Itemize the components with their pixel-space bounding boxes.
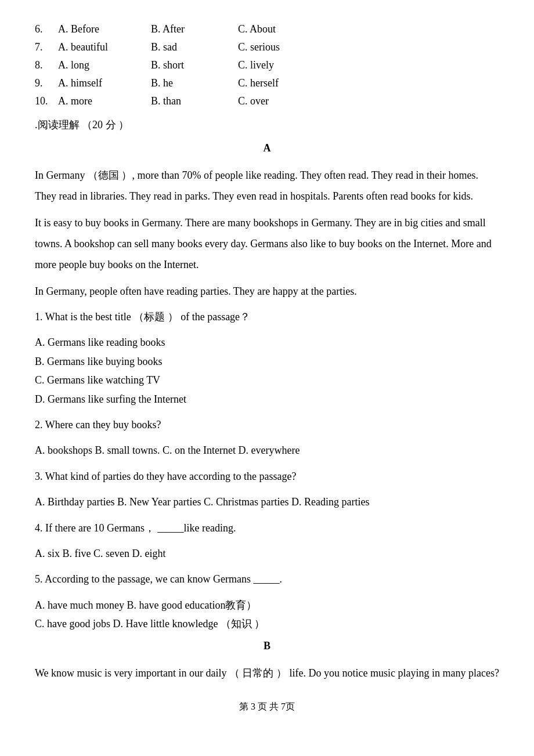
- vocab-row-7: 7. A. beautiful B. sad C. serious: [35, 41, 499, 53]
- q5-optCD: C. have good jobs D. Have little knowled…: [35, 614, 499, 633]
- q10-optB: B. than: [151, 95, 238, 107]
- question-5: 5. According to the passage, we can know…: [35, 570, 499, 588]
- question-4: 4. If there are 10 Germans， _____like re…: [35, 519, 499, 537]
- page-footer: 第 3 页 共 7页: [35, 701, 499, 713]
- q4-opts: A. six B. five C. seven D. eight: [35, 544, 499, 563]
- q7-optA: A. beautiful: [58, 41, 151, 53]
- q9-optC: C. herself: [238, 77, 331, 89]
- q2-num: 2.: [35, 419, 43, 431]
- vocab-row-9: 9. A. himself B. he C. herself: [35, 77, 499, 89]
- q6-num: 6.: [35, 23, 58, 35]
- q8-optB: B. short: [151, 59, 238, 71]
- q4-options: A. six B. five C. seven D. eight: [35, 544, 499, 563]
- q10-num: 10.: [35, 95, 58, 107]
- q10-optC: C. over: [238, 95, 331, 107]
- q9-num: 9.: [35, 77, 58, 89]
- passage-a-para1: In Germany （德国 ）, more than 70% of peopl…: [35, 165, 499, 207]
- q1-options: A. Germans like reading books B. Germans…: [35, 333, 499, 408]
- q1-optD: D. Germans like surfing the Internet: [35, 390, 499, 408]
- q2-options: A. bookshops B. small towns. C. on the I…: [35, 441, 499, 460]
- q10-optA: A. more: [58, 95, 151, 107]
- q7-optC: C. serious: [238, 41, 331, 53]
- question-3: 3. What kind of parties do they have acc…: [35, 467, 499, 486]
- q1-optB: B. Germans like buying books: [35, 352, 499, 371]
- q9-optB: B. he: [151, 77, 238, 89]
- vocab-section: 6. A. Before B. After C. About 7. A. bea…: [35, 23, 499, 107]
- q7-num: 7.: [35, 41, 58, 53]
- q1-num: 1.: [35, 311, 43, 323]
- passage-b-para1: We know music is very important in our d…: [35, 663, 499, 683]
- q6-optA: A. Before: [58, 23, 151, 35]
- q1-optC: C. Germans like watching TV: [35, 371, 499, 389]
- q8-optC: C. lively: [238, 59, 331, 71]
- q3-num: 3.: [35, 471, 43, 482]
- q1-optA: A. Germans like reading books: [35, 333, 499, 352]
- vocab-row-6: 6. A. Before B. After C. About: [35, 23, 499, 35]
- vocab-row-8: 8. A. long B. short C. lively: [35, 59, 499, 71]
- section-header: .阅读理解 （20 分 ）: [35, 118, 499, 132]
- q5-text: According to the passage, we can know Ge…: [45, 573, 282, 585]
- q7-optB: B. sad: [151, 41, 238, 53]
- q3-text: What kind of parties do they have accord…: [45, 471, 297, 482]
- q3-options: A. Birthday parties B. New Year parties …: [35, 493, 499, 511]
- page-content: 6. A. Before B. After C. About 7. A. bea…: [35, 23, 499, 713]
- passage-a-title: A: [35, 142, 499, 154]
- q4-num: 4.: [35, 522, 43, 534]
- q8-num: 8.: [35, 59, 58, 71]
- q8-optA: A. long: [58, 59, 151, 71]
- q6-optB: B. After: [151, 23, 238, 35]
- q4-text: If there are 10 Germans， _____like readi…: [45, 522, 236, 534]
- passage-b-title: B: [35, 640, 499, 652]
- question-1: 1. What is the best title （标题 ） of the p…: [35, 308, 499, 326]
- passage-a-para2: It is easy to buy books in Germany. Ther…: [35, 212, 499, 275]
- q5-options: A. have much money B. have good educatio…: [35, 596, 499, 634]
- q2-opts: A. bookshops B. small towns. C. on the I…: [35, 441, 499, 460]
- q9-optA: A. himself: [58, 77, 151, 89]
- vocab-row-10: 10. A. more B. than C. over: [35, 95, 499, 107]
- q6-optC: C. About: [238, 23, 331, 35]
- q5-num: 5.: [35, 573, 43, 585]
- q3-opts: A. Birthday parties B. New Year parties …: [35, 493, 499, 511]
- q1-text: What is the best title （标题 ） of the pass…: [45, 311, 250, 323]
- question-2: 2. Where can they buy books?: [35, 415, 499, 434]
- passage-a-para3: In Germany, people often have reading pa…: [35, 281, 499, 302]
- q5-optAB: A. have much money B. have good educatio…: [35, 596, 499, 614]
- q2-text: Where can they buy books?: [45, 419, 161, 431]
